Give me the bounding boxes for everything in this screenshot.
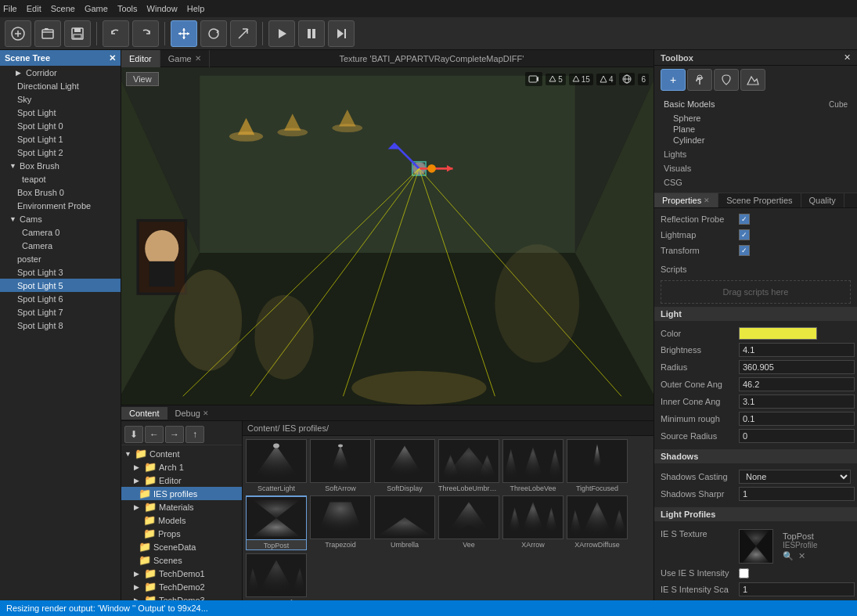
lightmap-checkbox[interactable]: [739, 229, 750, 240]
new-button[interactable]: [5, 20, 31, 47]
rotate-button[interactable]: [200, 20, 227, 47]
scale-button[interactable]: [230, 20, 257, 47]
prop-tab-close[interactable]: ✕: [704, 196, 710, 204]
outer-cone-input[interactable]: [739, 377, 855, 391]
tab-content[interactable]: Content: [121, 407, 167, 420]
content-item-umbrella[interactable]: Umbrella: [374, 495, 435, 550]
nav-back[interactable]: ←: [145, 426, 164, 443]
tree-item-corridor[interactable]: ▶ Corridor: [0, 66, 121, 79]
file-tree-content[interactable]: ▼ 📁 Content: [121, 447, 242, 460]
color-swatch[interactable]: [739, 327, 817, 340]
tree-item-spotlight5[interactable]: Spot Light 5: [0, 279, 121, 292]
toolbox-item-cylinder[interactable]: Cylinder: [673, 135, 851, 146]
file-tree-props[interactable]: 📁 Props: [121, 527, 242, 540]
content-item-trapezoid[interactable]: Trapezoid: [310, 495, 371, 550]
nav-up[interactable]: ↑: [185, 426, 204, 443]
content-item-xarrowsoft[interactable]: XArrowSoft: [246, 553, 307, 607]
tree-item-poster[interactable]: poster: [0, 252, 121, 265]
scene-tree-content[interactable]: ▶ Corridor Directional Light Sky Spot Li…: [0, 66, 121, 616]
menu-file[interactable]: File: [3, 4, 17, 13]
tree-item-camera[interactable]: Camera: [0, 239, 121, 252]
nav-download[interactable]: ⬇: [124, 426, 143, 443]
min-rough-input[interactable]: [739, 412, 855, 426]
tab-game-close[interactable]: ✕: [195, 54, 201, 63]
undo-button[interactable]: [103, 20, 129, 47]
tree-item-spotlight3[interactable]: Spot Light 3: [0, 265, 121, 279]
move-button[interactable]: [171, 20, 197, 47]
tab-debug[interactable]: Debug ✕: [167, 407, 217, 420]
tree-item-boxbrush0[interactable]: Box Brush 0: [0, 186, 121, 199]
toolbox-cat-visuals[interactable]: Visuals: [654, 161, 857, 175]
scene-tree-close[interactable]: ✕: [109, 53, 116, 63]
pause-button[interactable]: [298, 20, 325, 47]
ies-delete-icon[interactable]: ✕: [798, 551, 805, 561]
viewport-globe-icon[interactable]: [619, 73, 635, 85]
content-grid[interactable]: ScatterLight SoftArrow S: [243, 436, 654, 616]
tab-game[interactable]: Game ✕: [160, 50, 210, 67]
step-button[interactable]: [328, 20, 355, 47]
shadows-casting-select[interactable]: None Static Dynamic: [739, 470, 851, 484]
play-button[interactable]: [268, 20, 295, 47]
tree-item-spotlight7[interactable]: Spot Light 7: [0, 305, 121, 319]
toolbox-leaf-btn[interactable]: [714, 69, 739, 91]
file-tree-scenedata[interactable]: 📁 SceneData: [121, 540, 242, 553]
file-tree-materials[interactable]: ▶ 📁 Materials: [121, 500, 242, 513]
toolbox-cat-lights[interactable]: Lights: [654, 147, 857, 161]
file-tree-techdemo1[interactable]: ▶ 📁 TechDemo1: [121, 567, 242, 580]
source-radius-input[interactable]: [739, 429, 855, 443]
menu-scene[interactable]: Scene: [51, 4, 75, 13]
inner-cone-input[interactable]: [739, 394, 855, 409]
content-item-tightfocused[interactable]: TightFocused: [567, 439, 628, 492]
tree-item-spotlight0[interactable]: Spot Light 0: [0, 119, 121, 132]
content-item-toppost[interactable]: TopPost: [246, 495, 307, 550]
menu-window[interactable]: Window: [147, 4, 178, 13]
viewport[interactable]: View 5 15 4: [121, 67, 654, 405]
content-item-vee[interactable]: Vee: [438, 495, 499, 550]
tree-item-camera0[interactable]: Camera 0: [0, 225, 121, 239]
prop-tab-properties[interactable]: Properties ✕: [654, 193, 718, 207]
content-item-scatterlight[interactable]: ScatterLight: [246, 439, 307, 492]
save-button[interactable]: [64, 20, 91, 47]
tree-item-spotlight2[interactable]: Spot Light 2: [0, 146, 121, 159]
content-item-xarrowdiffuse[interactable]: XArrowDiffuse: [567, 495, 628, 550]
tree-item-boxbrush[interactable]: ▼ Box Brush: [0, 159, 121, 172]
menu-edit[interactable]: Edit: [27, 4, 41, 13]
file-tree-scenes[interactable]: 📁 Scenes: [121, 553, 242, 567]
tree-item-spotlight8[interactable]: Spot Light 8: [0, 319, 121, 332]
menu-game[interactable]: Game: [85, 4, 108, 13]
toolbox-item-sphere[interactable]: Sphere: [673, 113, 851, 124]
tree-item-spotlight6[interactable]: Spot Light 6: [0, 292, 121, 305]
drag-scripts-area[interactable]: Drag scripts here: [661, 280, 851, 304]
nav-forward[interactable]: →: [165, 426, 184, 443]
toolbox-cat-csg[interactable]: CSG: [654, 175, 857, 189]
ies-zoom-icon[interactable]: 🔍: [783, 551, 794, 561]
tree-item-directional-light[interactable]: Directional Light: [0, 79, 121, 92]
content-item-threelobeumbrella[interactable]: ThreeLobeUmbrella: [438, 439, 499, 492]
viewport-camera-icon[interactable]: [525, 72, 542, 86]
view-button[interactable]: View: [126, 72, 159, 86]
ies-intensity-input[interactable]: [739, 582, 855, 596]
tree-item-env-probe[interactable]: Environment Probe: [0, 199, 121, 212]
shadows-sharp-input[interactable]: [739, 487, 855, 501]
content-item-softarrow[interactable]: SoftArrow: [310, 439, 371, 492]
use-ies-checkbox[interactable]: [739, 568, 749, 578]
redo-button[interactable]: [132, 20, 159, 47]
tree-item-cams[interactable]: ▼ Cams: [0, 212, 121, 225]
file-tree-ies[interactable]: 📁 IES profiles: [121, 487, 242, 500]
ies-thumbnail[interactable]: [739, 529, 773, 564]
file-tree[interactable]: ⬇ ← → ↑ ▼ 📁 Content ▶ 📁 Arch 1: [121, 421, 243, 616]
tab-debug-close[interactable]: ✕: [203, 409, 209, 417]
tree-item-spotlight[interactable]: Spot Light: [0, 106, 121, 119]
content-item-threelobevee[interactable]: ThreeLobeVee: [502, 439, 564, 492]
toolbox-cat-basic[interactable]: Basic Models Cube: [654, 97, 857, 111]
toolbox-add-btn[interactable]: +: [661, 69, 686, 91]
tree-item-sky[interactable]: Sky: [0, 92, 121, 106]
content-item-xarrow[interactable]: XArrow: [502, 495, 564, 550]
toolbox-item-plane[interactable]: Plane: [673, 124, 851, 135]
prop-tab-quality[interactable]: Quality: [801, 193, 844, 207]
toolbox-plant-btn[interactable]: [687, 69, 712, 91]
tree-item-spotlight1[interactable]: Spot Light 1: [0, 132, 121, 146]
radius-input[interactable]: [739, 360, 855, 374]
menu-help[interactable]: Help: [187, 4, 205, 13]
transform-checkbox[interactable]: [739, 245, 750, 256]
